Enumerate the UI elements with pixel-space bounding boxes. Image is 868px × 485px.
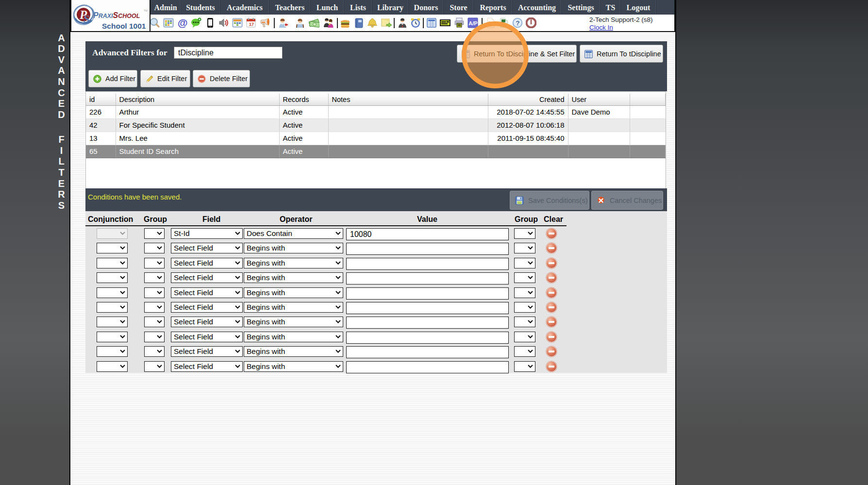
svg-text:@: @ [178, 17, 187, 28]
svg-text:S: S [83, 13, 89, 25]
svg-text:TM: TM [144, 9, 148, 12]
svg-text:A/P: A/P [468, 20, 477, 26]
svg-text:P: P [488, 20, 491, 25]
svg-text:17: 17 [249, 22, 254, 27]
svg-text:School 1001: School 1001 [102, 22, 146, 30]
svg-text:?: ? [516, 19, 519, 27]
svg-text:PRAXISCHOOL: PRAXISCHOOL [93, 11, 140, 19]
